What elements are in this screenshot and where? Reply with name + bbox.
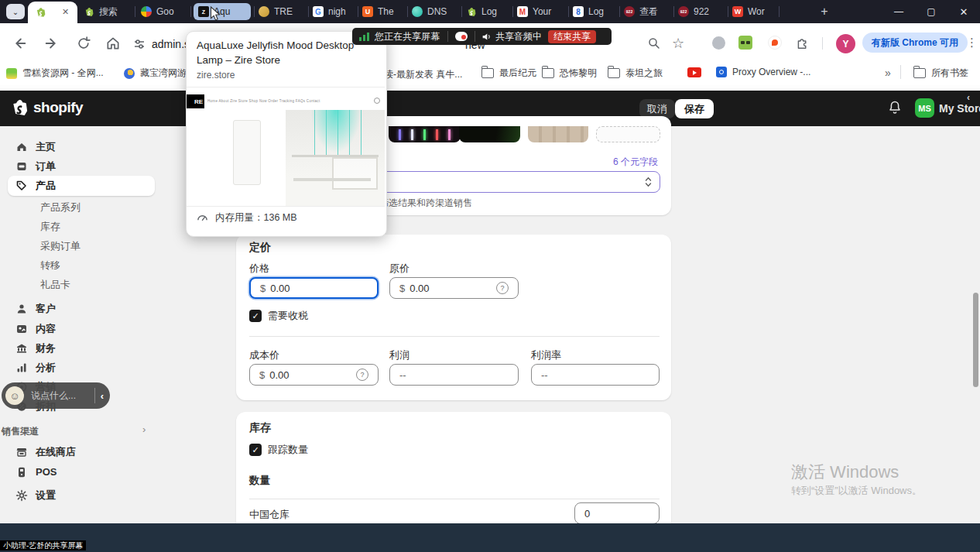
chat-collapse-chevron-icon[interactable]: ‹ [101,390,104,402]
bookmark-item[interactable]: 藏宝湾网游 [124,67,187,80]
channels-chevron-icon[interactable]: › [142,423,146,435]
notifications-bell-icon[interactable] [887,100,903,115]
search-icon[interactable] [647,36,661,50]
forward-icon[interactable] [43,35,60,52]
profile-avatar[interactable]: Y [836,34,855,53]
window-close-button[interactable]: ✕ [947,0,980,23]
memory-usage-row: 内存用量：136 MB [197,211,297,225]
sidebar-item-collections[interactable]: 产品系列 [8,198,155,217]
price-label: 价格 [249,262,269,276]
sidebar-item-settings[interactable]: 设置 [8,485,155,505]
category-select[interactable] [372,171,660,193]
stop-sharing-button[interactable]: 结束共享 [548,30,596,43]
sidebar-item-home[interactable]: 主页 [8,137,155,156]
bookmark-folder[interactable]: 泰坦之旅 [608,67,663,80]
bookmarks-overflow-chevron[interactable]: » [885,67,891,79]
active-tab[interactable]: ✕ [28,2,77,23]
store-avatar[interactable]: MS [915,98,934,118]
charge-tax-row[interactable]: ✓ 需要收税 [249,309,308,323]
bookmark-folder[interactable]: 最后纪元 [481,67,536,80]
save-button[interactable]: 保存 [675,99,714,118]
tab-login[interactable]: Log [466,0,511,23]
site-nav-links: Home About Zire Store Shop Now Order Tra… [207,99,358,103]
help-icon[interactable]: ? [356,369,368,381]
browser-menu-kebab-icon[interactable]: ⋮ [966,36,978,50]
sidebar-item-orders[interactable]: 订单 [8,156,155,176]
home-icon[interactable] [105,36,121,51]
sidebar-item-pos[interactable]: POS [8,462,155,482]
tab-list-chevron-button[interactable]: ⌄ [6,4,25,19]
window-minimize-button[interactable]: — [882,0,915,23]
tab-label: Log [588,6,604,17]
help-icon[interactable]: ? [496,282,509,294]
window-maximize-button[interactable]: ▢ [915,0,947,23]
extension-gray-icon[interactable] [712,36,725,50]
bookmark-item[interactable]: Proxy Overview -... [716,67,810,77]
tab-shopify-search[interactable]: 搜索 [84,0,132,23]
compare-price-input[interactable]: $ 0.00 ? [389,277,519,299]
price-input[interactable]: $ 0.00 [249,277,379,299]
tab-gmail[interactable]: M Your [517,0,565,23]
tab-word[interactable]: W Wor [732,0,777,23]
tab-zire-hovered[interactable]: Z Aqu [194,3,251,20]
tab-logo[interactable]: 8 Log [573,0,616,23]
site-info-tune-icon[interactable] [133,38,146,50]
bookmark-item[interactable]: 读-最新发表 真牛... [384,68,462,81]
collapse-chevron-icon[interactable]: ‹ [967,92,970,103]
media-thumbnail-beige[interactable] [528,126,588,142]
media-add-tile[interactable] [596,126,660,142]
track-quantity-row[interactable]: ✓ 跟踪数量 [249,443,308,457]
sidebar-item-purchase-orders[interactable]: 采购订单 [8,237,155,255]
colorful-favicon-icon [141,6,152,17]
tab-922[interactable]: 922 922 [678,0,725,23]
media-thumbnail-dark[interactable] [459,126,520,142]
tab-922-view[interactable]: 922 查看 [624,0,670,23]
bookmark-item[interactable]: 雪糕资源网 - 全网... [6,67,104,80]
gold-favicon-icon [259,6,269,17]
extensions-puzzle-icon[interactable] [796,36,809,50]
store-name[interactable]: My Store [939,102,980,115]
extension-orange-icon[interactable] [768,36,782,50]
close-tab-icon[interactable]: ✕ [62,7,69,17]
tab-dns[interactable]: DNS [412,0,460,23]
profit-field[interactable]: -- [389,364,519,386]
chat-input-placeholder[interactable]: 说点什么... [31,389,76,403]
metafields-link[interactable]: 6 个元字段 [613,156,658,169]
sidebar-item-online-store[interactable]: 在线商店 [8,442,155,461]
pricing-divider [249,336,660,337]
media-thumbnail-jellyfish-colors[interactable] [389,126,461,142]
shopify-favicon-icon [466,6,477,17]
back-icon[interactable] [11,35,28,52]
chat-avatar[interactable]: ☺ [5,386,24,405]
quantity-input[interactable]: 0 [574,502,660,524]
youtube-icon[interactable] [687,67,701,77]
vertical-scrollbar-thumb[interactable] [973,293,978,387]
sidebar-item-content[interactable]: 内容 [8,319,155,338]
bookmark-folder[interactable]: 恐怖黎明 [542,67,597,80]
bookmark-star-icon[interactable]: ☆ [672,35,684,52]
tab-the[interactable]: U The [362,0,406,23]
sidebar-item-finance[interactable]: 财务 [8,338,155,358]
folder-icon [481,68,494,78]
tab-google[interactable]: Goo [141,0,187,23]
chrome-update-chip[interactable]: 有新版 Chrome 可用 [862,33,968,53]
extension-glasses-icon[interactable] [738,36,752,50]
new-tab-button[interactable]: + [813,0,836,23]
all-bookmarks-folder[interactable]: 所有书签 [913,67,968,80]
sidebar-item-gift-cards[interactable]: 礼品卡 [8,276,155,294]
sidebar-item-customers[interactable]: 客户 [8,299,155,318]
sidebar-item-products-active[interactable]: 产品 [8,176,155,196]
shopify-logo[interactable]: shopify [11,98,83,117]
charge-tax-checkbox[interactable]: ✓ [249,310,262,322]
track-quantity-checkbox[interactable]: ✓ [249,444,262,456]
margin-field[interactable]: -- [531,364,660,386]
sidebar-item-transfers[interactable]: 转移 [8,256,155,275]
site-logo-fragment: RE [187,94,204,108]
tab-night[interactable]: G nigh [313,0,356,23]
sidebar-item-inventory[interactable]: 库存 [8,218,155,236]
reload-icon[interactable] [76,36,91,51]
cost-input[interactable]: $ 0.00 ? [249,364,379,386]
tab-trendsi[interactable]: TRE [259,0,305,23]
sidebar-item-analytics[interactable]: 分析 [8,358,155,377]
bar-chart-icon [15,362,28,374]
